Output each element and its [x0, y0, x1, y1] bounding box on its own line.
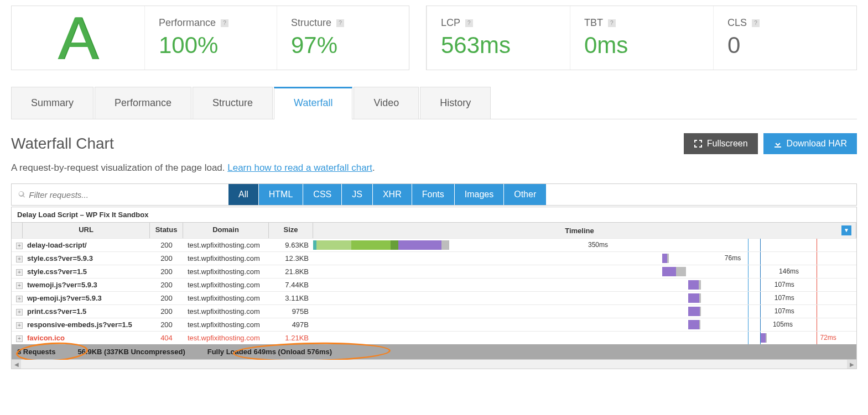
request-timeline: 350ms — [313, 239, 856, 251]
request-url: favicon.ico — [23, 332, 150, 344]
scroll-left-icon[interactable]: ◀ — [12, 360, 21, 369]
table-row[interactable]: + twemoji.js?ver=5.9.3 200 test.wpfixith… — [12, 278, 856, 291]
lcp-label: LCP — [441, 17, 460, 28]
expand-icon[interactable]: + — [16, 243, 23, 249]
request-domain: test.wpfixithosting.com — [183, 332, 269, 344]
summary-requests: 8 Requests — [17, 348, 55, 356]
table-row[interactable]: + delay-load-script/ 200 test.wpfixithos… — [12, 238, 856, 251]
filter-tab-css[interactable]: CSS — [303, 184, 342, 205]
request-status: 200 — [150, 265, 183, 278]
tab-waterfall[interactable]: Waterfall — [274, 87, 352, 119]
request-url: print.css?ver=1.5 — [23, 305, 150, 318]
request-status: 200 — [150, 252, 183, 265]
request-url: delay-load-script/ — [23, 239, 150, 251]
request-time: 105ms — [773, 321, 793, 328]
main-tabs: SummaryPerformanceStructureWaterfallVide… — [11, 87, 857, 119]
request-size: 3.11KB — [269, 292, 313, 304]
web-vitals-card: LCP ? 563ms TBT ? 0ms CLS ? 0 — [426, 6, 857, 70]
filter-tab-fonts[interactable]: Fonts — [412, 184, 455, 205]
filter-bar: AllHTMLCSSJSXHRFontsImagesOther — [11, 183, 857, 206]
request-time: 107ms — [775, 307, 794, 315]
expand-icon[interactable]: + — [16, 282, 23, 289]
request-timeline: 107ms — [313, 279, 856, 291]
fullscreen-button[interactable]: Fullscreen — [684, 133, 758, 154]
help-icon[interactable]: ? — [752, 19, 760, 27]
filter-tab-js[interactable]: JS — [342, 184, 373, 205]
structure-metric: Structure ? 97% — [277, 6, 409, 70]
grade-cell: A — [12, 6, 144, 70]
tab-performance[interactable]: Performance — [95, 87, 191, 119]
scroll-right-icon[interactable]: ▶ — [847, 360, 856, 369]
request-status: 200 — [150, 318, 183, 331]
request-url: wp-emoji.js?ver=5.9.3 — [23, 292, 150, 304]
request-domain: test.wpfixithosting.com — [183, 252, 269, 265]
request-time: 146ms — [779, 267, 799, 275]
waterfall-body[interactable]: + delay-load-script/ 200 test.wpfixithos… — [12, 238, 856, 344]
request-time: 350ms — [588, 241, 608, 249]
col-status: Status — [150, 223, 183, 238]
filter-tab-images[interactable]: Images — [455, 184, 504, 205]
download-har-button[interactable]: Download HAR — [763, 133, 857, 154]
lcp-value: 563ms — [441, 32, 556, 59]
request-domain: test.wpfixithosting.com — [183, 318, 269, 331]
request-time: 76ms — [725, 254, 741, 262]
table-row[interactable]: + style.css?ver=1.5 200 test.wpfixithost… — [12, 265, 856, 278]
request-domain: test.wpfixithosting.com — [183, 292, 269, 304]
request-url: style.css?ver=5.9.3 — [23, 252, 150, 265]
table-row[interactable]: + wp-emoji.js?ver=5.9.3 200 test.wpfixit… — [12, 291, 856, 304]
tab-structure[interactable]: Structure — [193, 87, 273, 119]
request-size: 975B — [269, 305, 313, 318]
expand-icon[interactable]: + — [16, 309, 23, 316]
performance-metric: Performance ? 100% — [144, 6, 277, 70]
expand-icon[interactable]: + — [16, 256, 23, 262]
help-icon[interactable]: ? — [221, 19, 228, 27]
col-domain: Domain — [183, 223, 269, 238]
request-domain: test.wpfixithosting.com — [183, 279, 269, 291]
request-url: twemoji.js?ver=5.9.3 — [23, 279, 150, 291]
expand-icon[interactable]: + — [16, 322, 23, 329]
waterfall-panel: Delay Load Script – WP Fix It Sandbox UR… — [11, 207, 857, 360]
request-time: 72ms — [820, 334, 836, 342]
structure-label: Structure — [291, 17, 331, 28]
help-icon[interactable]: ? — [608, 19, 616, 27]
timeline-dropdown[interactable]: ▼ — [841, 225, 851, 235]
help-icon[interactable]: ? — [465, 19, 473, 27]
summary-loaded: Fully Loaded 649ms (Onload 576ms) — [207, 348, 332, 356]
tbt-metric: TBT ? 0ms — [570, 6, 713, 70]
table-row[interactable]: + favicon.ico 404 test.wpfixithosting.co… — [12, 331, 856, 344]
summary-size: 56.9KB (337KB Uncompressed) — [77, 348, 185, 356]
request-timeline: 146ms — [313, 265, 856, 278]
tab-summary[interactable]: Summary — [11, 87, 93, 119]
expand-icon[interactable]: + — [16, 335, 23, 342]
request-status: 200 — [150, 239, 183, 251]
filter-input[interactable] — [29, 185, 222, 205]
request-size: 1.21KB — [269, 332, 313, 344]
learn-waterfall-link[interactable]: Learn how to read a waterfall chart — [227, 162, 372, 173]
request-status: 200 — [150, 292, 183, 304]
structure-value: 97% — [291, 32, 395, 59]
request-size: 9.63KB — [269, 239, 313, 251]
lcp-metric: LCP ? 563ms — [427, 6, 570, 70]
expand-icon[interactable]: + — [16, 296, 23, 302]
filter-tab-other[interactable]: Other — [504, 184, 547, 205]
tab-video[interactable]: Video — [354, 87, 419, 119]
filter-tab-html[interactable]: HTML — [259, 184, 304, 205]
table-row[interactable]: + print.css?ver=1.5 200 test.wpfixithost… — [12, 304, 856, 318]
horizontal-scrollbar[interactable]: ◀ ▶ — [11, 360, 857, 369]
tab-history[interactable]: History — [420, 87, 491, 119]
gtmetrix-grade-card: A Performance ? 100% Structure ? 97% — [11, 6, 409, 70]
cls-metric: CLS ? 0 — [713, 6, 856, 70]
table-row[interactable]: + responsive-embeds.js?ver=1.5 200 test.… — [12, 318, 856, 331]
score-cards: A Performance ? 100% Structure ? 97% LCP… — [11, 6, 857, 70]
request-domain: test.wpfixithosting.com — [183, 239, 269, 251]
filter-tab-all[interactable]: All — [228, 184, 259, 205]
request-url: responsive-embeds.js?ver=1.5 — [23, 318, 150, 331]
table-row[interactable]: + style.css?ver=5.9.3 200 test.wpfixitho… — [12, 251, 856, 265]
filter-tab-xhr[interactable]: XHR — [373, 184, 412, 205]
waterfall-title: Delay Load Script – WP Fix It Sandbox — [12, 207, 856, 223]
expand-icon[interactable]: + — [16, 269, 23, 276]
section-description: A request-by-request visualization of th… — [11, 162, 857, 174]
help-icon[interactable]: ? — [336, 19, 344, 27]
request-size: 12.3KB — [269, 252, 313, 265]
page-title: Waterfall Chart — [11, 135, 114, 153]
